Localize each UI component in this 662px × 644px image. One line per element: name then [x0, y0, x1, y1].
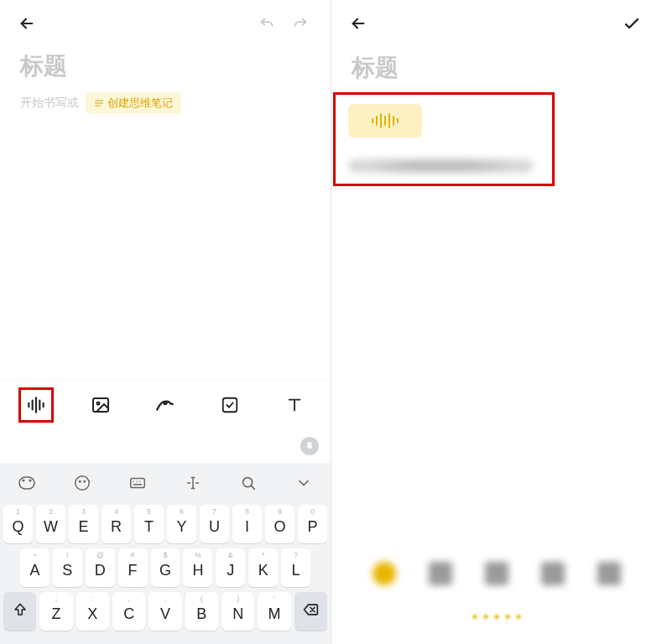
note-title-placeholder[interactable]: 标题 — [0, 47, 331, 92]
key-V[interactable]: .V — [149, 592, 181, 631]
svg-point-5 — [29, 480, 31, 481]
create-mindnote-chip[interactable]: 创建思维笔记 — [86, 92, 181, 114]
kb-util-keyboard[interactable] — [126, 471, 149, 495]
key-Y[interactable]: 6Y — [167, 505, 196, 543]
soft-keyboard: 1Q2W3E4R5T6Y7U8I9O0P ~A!S@D#F$G%H&J*K?L … — [0, 429, 331, 644]
backspace-key[interactable] — [295, 592, 327, 631]
key-K[interactable]: *K — [248, 548, 278, 587]
key-G[interactable]: $G — [151, 548, 180, 587]
key-Z[interactable]: ;Z — [39, 592, 72, 631]
header — [0, 0, 331, 47]
shift-key[interactable] — [3, 592, 36, 631]
svg-point-4 — [23, 480, 24, 481]
svg-point-1 — [97, 402, 100, 404]
kb-util-collapse[interactable] — [292, 471, 315, 495]
body-placeholder[interactable]: 开始书写或 — [20, 96, 79, 111]
svg-rect-3 — [19, 477, 34, 489]
key-Q[interactable]: 1Q — [3, 505, 33, 543]
key-S[interactable]: !S — [53, 548, 82, 587]
key-A[interactable]: ~A — [20, 548, 50, 587]
key-O[interactable]: 9O — [265, 505, 295, 543]
key-L[interactable]: ?L — [281, 548, 310, 587]
svg-point-8 — [84, 480, 85, 481]
key-T[interactable]: 5T — [134, 505, 164, 543]
image-toolbar-icon[interactable] — [83, 387, 118, 423]
key-W[interactable]: 2W — [36, 505, 65, 543]
create-mindnote-label: 创建思维笔记 — [107, 96, 173, 111]
note-title-placeholder[interactable]: 标题 — [331, 47, 662, 94]
checkbox-toolbar-icon[interactable] — [212, 387, 248, 423]
text-toolbar-icon[interactable] — [277, 387, 312, 423]
kb-util-face[interactable] — [70, 471, 94, 495]
redo-button[interactable] — [284, 7, 317, 40]
key-P[interactable]: 0P — [298, 505, 327, 543]
key-M[interactable]: 'M — [258, 592, 290, 631]
confirm-button[interactable] — [615, 7, 649, 40]
key-C[interactable]: ,C — [112, 592, 145, 631]
editor-toolbar — [0, 379, 331, 429]
audio-toolbar-icon[interactable] — [18, 387, 54, 423]
key-X[interactable]: :X — [76, 592, 109, 631]
header — [331, 0, 662, 47]
keyboard-ai-icon[interactable] — [300, 437, 319, 455]
key-I[interactable]: 8I — [232, 505, 262, 543]
key-B[interactable]: (B — [185, 592, 218, 631]
svg-rect-2 — [223, 397, 237, 412]
kb-util-du[interactable] — [15, 471, 39, 495]
key-R[interactable]: 4R — [102, 505, 131, 543]
undo-button[interactable] — [250, 7, 284, 40]
key-U[interactable]: 7U — [200, 505, 229, 543]
svg-point-7 — [80, 480, 81, 481]
kb-util-cursor[interactable] — [181, 471, 205, 495]
back-button[interactable] — [10, 7, 44, 40]
key-F[interactable]: #F — [118, 548, 148, 587]
key-E[interactable]: 3E — [69, 505, 98, 543]
transcribed-text — [348, 159, 533, 173]
editor-body[interactable] — [0, 114, 331, 379]
page-indicator-dots — [473, 615, 521, 619]
svg-point-10 — [243, 478, 253, 487]
svg-point-6 — [76, 476, 90, 491]
back-button[interactable] — [341, 7, 375, 40]
key-H[interactable]: %H — [183, 548, 212, 587]
kb-util-search[interactable] — [237, 471, 260, 495]
key-N[interactable]: )N — [222, 592, 254, 631]
svg-rect-9 — [131, 479, 145, 488]
key-D[interactable]: @D — [86, 548, 115, 587]
scribble-toolbar-icon[interactable] — [148, 387, 183, 423]
editor-toolbar-blurred — [331, 562, 662, 585]
key-J[interactable]: &J — [216, 548, 245, 587]
